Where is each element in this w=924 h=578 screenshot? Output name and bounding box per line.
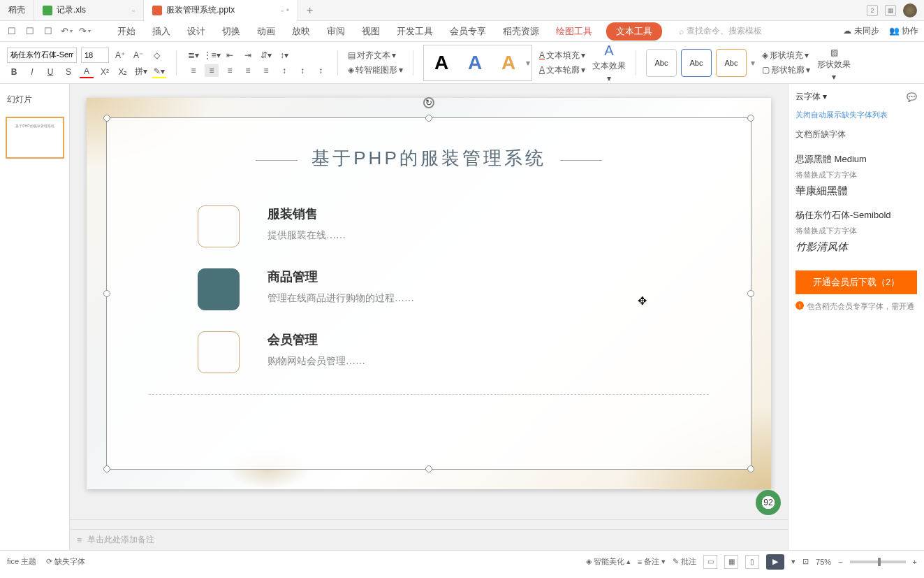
subscript-button[interactable]: X₂: [116, 66, 130, 78]
menu-docer[interactable]: 稻壳资源: [500, 22, 542, 41]
normal-view-button[interactable]: ▭: [703, 555, 717, 569]
spacing2-button[interactable]: ↕: [295, 64, 309, 77]
text-style-2[interactable]: A: [459, 47, 491, 79]
numbering-button[interactable]: ⋮≡▾: [205, 49, 219, 62]
outdent-button[interactable]: ⇤: [223, 49, 237, 62]
shape-gallery-more-icon[interactable]: ▾: [751, 58, 755, 68]
align-right-button[interactable]: ≡: [223, 64, 237, 77]
zoom-slider[interactable]: [850, 561, 906, 563]
highlight-button[interactable]: ✎▾: [152, 66, 166, 78]
menu-slideshow[interactable]: 放映: [289, 22, 313, 41]
slide-title[interactable]: 基于PHP的服装管理系统: [107, 146, 751, 171]
menu-member[interactable]: 会员专享: [447, 22, 489, 41]
underline-button[interactable]: U: [43, 66, 57, 78]
align-text-button[interactable]: ▤ 对齐文本▾: [348, 50, 396, 62]
sorter-view-button[interactable]: ▦: [724, 555, 738, 569]
cloud-font-dropdown[interactable]: 云字体 ▾: [795, 91, 827, 103]
preview-icon[interactable]: ☐: [42, 25, 54, 38]
phonetic-button[interactable]: 拼▾: [134, 66, 148, 78]
resize-handle[interactable]: [747, 115, 754, 122]
text-fill-button[interactable]: A 文本填充▾: [539, 50, 585, 62]
menu-animation[interactable]: 动画: [254, 22, 278, 41]
resize-handle[interactable]: [747, 465, 754, 472]
text-style-gallery[interactable]: A A A ▾: [423, 45, 532, 81]
tab-actions-icon[interactable]: ▫: [132, 6, 135, 15]
sync-status[interactable]: ☁ 未同步: [843, 25, 879, 37]
tab-pptx[interactable]: 服装管理系统.pptx▫ •: [144, 0, 298, 21]
bullets-button[interactable]: ≣▾: [186, 49, 200, 62]
save-icon[interactable]: ☐: [6, 25, 18, 38]
gallery-more-icon[interactable]: ▾: [526, 58, 530, 68]
shape-style-2[interactable]: Abc: [681, 49, 712, 77]
tab-xls[interactable]: 记录.xls▫: [34, 0, 144, 21]
menu-start[interactable]: 开始: [115, 22, 138, 41]
resize-handle[interactable]: [425, 115, 432, 122]
menu-design[interactable]: 设计: [184, 22, 208, 41]
undo-icon[interactable]: ↶▾: [60, 25, 73, 38]
comment-icon[interactable]: 💬: [907, 92, 917, 102]
shape-style-1[interactable]: Abc: [646, 49, 677, 77]
text-frame[interactable]: ↻ 基于PHP的服装管理系统 服装销售提供服装在线……: [106, 117, 751, 470]
clear-format-icon[interactable]: ◇: [149, 49, 163, 62]
download-button[interactable]: 开通会员后下载（2）: [795, 270, 917, 294]
font-select[interactable]: [7, 48, 77, 63]
font-item[interactable]: 杨任东竹石体-Semibold 将替换成下方字体 竹影清风体: [795, 203, 917, 259]
menu-view[interactable]: 视图: [359, 22, 383, 41]
list-item[interactable]: 会员管理购物网站会员管理……: [198, 331, 751, 373]
collab-button[interactable]: 👥 协作: [889, 25, 918, 37]
justify-button[interactable]: ≡: [241, 64, 255, 77]
spacing-button[interactable]: ↕: [277, 64, 291, 77]
slideshow-button[interactable]: ▶: [766, 554, 784, 570]
increase-font-icon[interactable]: A⁺: [113, 49, 127, 62]
reading-view-button[interactable]: ▯: [745, 555, 759, 569]
rotate-handle[interactable]: ↻: [423, 97, 434, 108]
new-tab-button[interactable]: +: [298, 0, 321, 21]
menu-devtools[interactable]: 开发工具: [394, 22, 436, 41]
resize-handle[interactable]: [103, 465, 110, 472]
resize-handle[interactable]: [747, 290, 754, 297]
slide-thumbnail-1[interactable]: 基于PHP的服装管理系统: [6, 117, 64, 159]
comment-button[interactable]: ✎ 批注: [673, 556, 696, 567]
smart-graphic-button[interactable]: ◈ 转智能图形▾: [348, 64, 403, 76]
text-outline-button[interactable]: A 文本轮廓▾: [539, 64, 585, 76]
zoom-level[interactable]: 75%: [816, 558, 831, 566]
redo-icon[interactable]: ↷▾: [78, 25, 91, 38]
shape-fill-button[interactable]: ◈ 形状填充▾: [762, 50, 809, 62]
align-left-button[interactable]: ≡: [186, 64, 200, 77]
shape-effect-button[interactable]: ▨形状效果▾: [817, 48, 851, 78]
slides-tab[interactable]: 幻灯片: [0, 89, 69, 111]
tab-docer[interactable]: 稻壳: [0, 0, 34, 21]
zoom-out-button[interactable]: −: [838, 558, 842, 566]
list-item[interactable]: 服装销售提供服装在线……: [198, 205, 751, 247]
user-avatar[interactable]: [903, 3, 917, 17]
decrease-font-icon[interactable]: A⁻: [131, 49, 145, 62]
shape-style-3[interactable]: Abc: [716, 49, 747, 77]
close-font-list-link[interactable]: 关闭自动展示缺失字体列表: [795, 110, 917, 120]
superscript-button[interactable]: X²: [98, 66, 112, 78]
horizontal-scrollbar[interactable]: [70, 519, 788, 529]
zoom-in-button[interactable]: +: [913, 558, 917, 566]
resize-handle[interactable]: [103, 290, 110, 297]
text-direction-button[interactable]: ⇵▾: [259, 49, 273, 62]
shape-outline-button[interactable]: ▢ 形状轮廓▾: [762, 64, 810, 76]
align-center-button[interactable]: ≡: [205, 64, 219, 77]
text-style-1[interactable]: A: [425, 47, 457, 79]
distribute-button[interactable]: ≡: [259, 64, 273, 77]
menu-texttool[interactable]: 文本工具: [606, 22, 662, 41]
search-box[interactable]: ⌕ 查找命令、搜索模板: [679, 25, 762, 37]
font-color-button[interactable]: A: [80, 66, 94, 78]
bold-button[interactable]: B: [7, 66, 21, 78]
beautify-button[interactable]: ◈ 智能美化 ▴: [586, 556, 631, 567]
tab-actions-icon[interactable]: ▫ •: [281, 6, 289, 15]
slide-canvas[interactable]: ↻ 基于PHP的服装管理系统 服装销售提供服装在线……: [87, 98, 771, 489]
size-select[interactable]: [81, 48, 109, 63]
menu-transition[interactable]: 切换: [219, 22, 243, 41]
menu-review[interactable]: 审阅: [324, 22, 348, 41]
theme-status[interactable]: fice 主题: [7, 556, 36, 567]
print-icon[interactable]: ☐: [24, 25, 36, 38]
window-badge[interactable]: 2: [867, 5, 878, 16]
text-style-3[interactable]: A: [492, 47, 525, 79]
remark-button[interactable]: ≡ 备注 ▾: [638, 556, 666, 567]
play-dropdown[interactable]: ▾: [791, 557, 795, 566]
resize-handle[interactable]: [103, 115, 110, 122]
